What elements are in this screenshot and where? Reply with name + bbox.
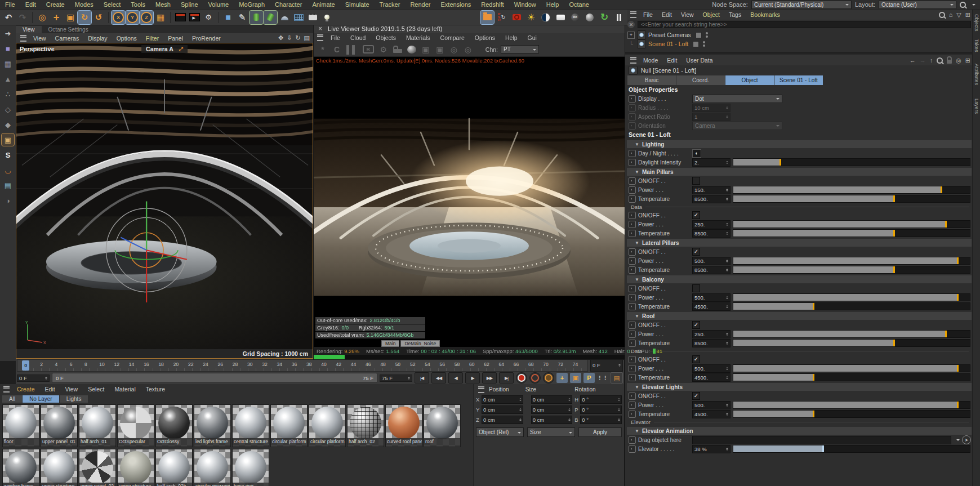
material-curved-roof-panel[interactable]: curved roof panel xyxy=(385,404,422,447)
z-axis-lock-button[interactable]: Z xyxy=(140,11,153,24)
material-octspecular[interactable]: OctSpecular xyxy=(117,404,154,447)
material-octglossy[interactable]: OctGlossy xyxy=(155,404,193,447)
section-header-elevator-lights[interactable]: ▼Elevator Lights xyxy=(627,383,972,391)
stepper-icon[interactable] xyxy=(726,375,728,380)
lv-menu-gui[interactable]: Gui xyxy=(523,34,542,41)
move-tool-button[interactable]: + xyxy=(50,11,63,24)
animation-key-icon[interactable] xyxy=(629,122,636,130)
panel-menu-icon[interactable] xyxy=(630,11,636,18)
record-keyframe-button[interactable] xyxy=(516,372,527,384)
menu-mesh[interactable]: Mesh xyxy=(150,1,176,8)
animation-key-icon[interactable] xyxy=(629,257,636,265)
slider-roof-temperature[interactable] xyxy=(733,373,970,381)
section-header-lighting[interactable]: ▼Lighting xyxy=(627,140,972,148)
menu-create[interactable]: Create xyxy=(41,1,70,8)
coord-size-dropdown[interactable]: Size xyxy=(527,427,575,437)
render-view-button[interactable] xyxy=(173,11,187,24)
material-circular-mezzanine[interactable]: circular mezzanine xyxy=(194,449,231,486)
size-x-field[interactable]: 0 cm xyxy=(531,395,573,404)
animation-key-icon[interactable] xyxy=(629,393,636,400)
node-space-dropdown[interactable]: Current (Standard/Physical) xyxy=(751,1,852,9)
model-mode-button[interactable]: ■ xyxy=(2,42,14,55)
chevron-down-icon[interactable] xyxy=(956,439,960,443)
attribute-tab-basic[interactable]: Basic xyxy=(627,75,676,85)
size-y-field[interactable]: 0 cm xyxy=(531,405,573,414)
material-base-ring[interactable]: base ring xyxy=(232,449,269,486)
key-position-button[interactable]: + xyxy=(556,373,568,383)
visibility-dots-icon[interactable] xyxy=(703,41,705,47)
next-frame-button[interactable]: ▶▶ xyxy=(482,372,497,384)
stepper-icon[interactable] xyxy=(726,366,728,371)
stepper-icon[interactable] xyxy=(519,417,522,422)
on-off-checkbox[interactable] xyxy=(692,284,700,292)
camera-selector[interactable]: Camera A ⤢ xyxy=(141,45,188,53)
texture-mode-button[interactable]: ▦ xyxy=(2,57,14,70)
value-field[interactable]: 4500. xyxy=(692,410,730,418)
stepper-icon[interactable] xyxy=(519,397,522,402)
render-settings-button[interactable]: ⚙ xyxy=(202,11,215,24)
restart-render-icon[interactable]: C xyxy=(332,45,341,54)
material-central-structure-l[interactable]: central structure_l xyxy=(232,404,269,447)
scale-tool-button[interactable]: ▣ xyxy=(64,11,77,24)
animation-key-icon[interactable] xyxy=(629,195,636,203)
lock-icon[interactable] xyxy=(947,60,952,64)
orbit-icon[interactable]: ↻ xyxy=(295,34,300,42)
stepper-icon[interactable] xyxy=(726,295,728,300)
edges-mode-button[interactable]: ◇ xyxy=(2,103,14,115)
pass-tab-main[interactable]: Main xyxy=(381,340,399,347)
pass-tab-demain-noise[interactable]: DeMain_Noise xyxy=(400,340,440,347)
animation-key-icon[interactable] xyxy=(629,365,636,372)
material-menu-select[interactable]: Select xyxy=(83,386,109,393)
key-parameter-button[interactable]: ⋮⋮ xyxy=(597,373,608,383)
animation-key-icon[interactable] xyxy=(629,186,636,194)
viewport-canvas[interactable]: Perspective Camera A ⤢ Y X Grid Spacing … xyxy=(16,43,313,359)
size-z-field[interactable]: 0 cm xyxy=(531,416,573,424)
material-upper-structure-0[interactable]: upper structure_0 xyxy=(117,449,154,486)
glossy-material-button[interactable] xyxy=(583,11,596,24)
stepper-icon[interactable] xyxy=(726,412,728,417)
apply-button[interactable]: Apply xyxy=(578,427,622,437)
menu-render[interactable]: Render xyxy=(405,1,435,8)
animation-key-icon[interactable] xyxy=(629,374,636,381)
autokey-toggle-button[interactable]: ▤ xyxy=(611,372,623,384)
add-panel-icon[interactable]: ⊞ xyxy=(965,11,970,19)
material-circular-platform-r[interactable]: circular platform r xyxy=(309,404,346,447)
up-icon[interactable]: ↑ xyxy=(930,57,933,64)
material-led-ligths-frame[interactable]: led ligths frame xyxy=(194,404,231,447)
stepper-icon[interactable] xyxy=(726,267,728,273)
material-menu-material[interactable]: Material xyxy=(109,386,140,393)
menu-redshift[interactable]: Redshift xyxy=(476,1,509,8)
animation-key-icon[interactable] xyxy=(629,95,636,102)
menu-simulate[interactable]: Simulate xyxy=(340,1,375,8)
animation-key-icon[interactable] xyxy=(629,356,636,363)
pick-object-icon[interactable]: ➤ xyxy=(962,435,971,444)
key-scale-button[interactable]: ▣ xyxy=(570,373,581,383)
animation-key-icon[interactable] xyxy=(629,104,636,112)
magnet-tool-button[interactable]: ◡ xyxy=(2,164,14,176)
slider-lighting-daylight-intensity[interactable] xyxy=(733,158,970,166)
animation-key-icon[interactable] xyxy=(629,436,636,444)
material-roof[interactable]: roof xyxy=(424,404,461,447)
make-editable-button[interactable]: ➜ xyxy=(2,27,14,39)
panel-menu-icon[interactable] xyxy=(478,386,484,393)
stepper-icon[interactable] xyxy=(618,397,620,402)
tree-item-scene-01-loft[interactable]: └Scene 01 - Loft xyxy=(627,39,973,48)
section-header-roof[interactable]: ▼Roof xyxy=(627,312,972,320)
snap-toggle-button[interactable]: S xyxy=(2,149,14,161)
stepper-icon[interactable] xyxy=(726,197,728,202)
stepper-icon[interactable] xyxy=(726,332,728,337)
hdri-environment-button[interactable] xyxy=(539,11,553,24)
lv-menu-compare[interactable]: Compare xyxy=(435,34,470,41)
om-menu-object[interactable]: Object xyxy=(698,11,724,18)
add-cube-button[interactable]: ■ xyxy=(221,11,235,24)
animation-key-icon[interactable] xyxy=(629,331,636,338)
y-axis-lock-button[interactable]: Y xyxy=(126,11,139,24)
back-icon[interactable]: ← xyxy=(910,57,916,64)
animation-key-icon[interactable] xyxy=(629,248,636,256)
camera-target-pin-icon[interactable]: ◎ xyxy=(464,45,473,54)
animation-key-icon[interactable] xyxy=(629,322,636,329)
object-search-input[interactable] xyxy=(638,21,971,28)
stepper-icon[interactable] xyxy=(726,403,728,408)
slider-lateral-pillars-temperature[interactable] xyxy=(733,266,970,274)
on-off-checkbox[interactable]: ✓ xyxy=(692,392,700,400)
